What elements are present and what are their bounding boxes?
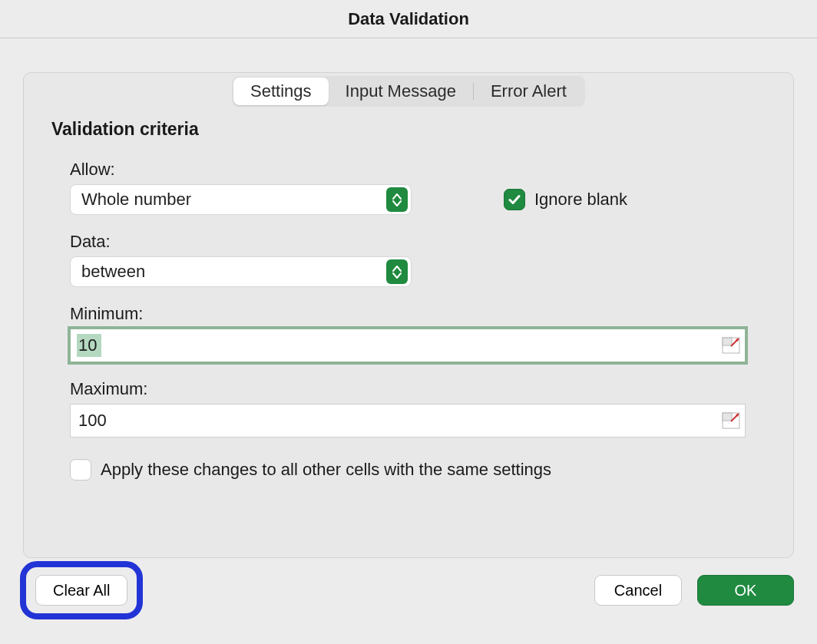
tab-settings-label: Settings xyxy=(250,81,312,101)
ok-button[interactable]: OK xyxy=(697,575,794,606)
maximum-label: Maximum: xyxy=(70,379,766,399)
minimum-label: Minimum: xyxy=(70,304,766,324)
tab-error-alert-label: Error Alert xyxy=(491,81,567,101)
dialog-footer: Clear All Cancel OK xyxy=(0,558,817,644)
svg-rect-3 xyxy=(723,413,732,421)
maximum-input[interactable] xyxy=(78,411,722,431)
tab-bar: Settings Input Message Error Alert xyxy=(0,75,817,107)
section-title: Validation criteria xyxy=(51,119,766,140)
minimum-input-wrap xyxy=(70,329,746,362)
form-area: Allow: Whole number Ignore blank xyxy=(51,160,766,481)
range-picker-icon[interactable] xyxy=(722,337,740,354)
updown-icon xyxy=(386,187,408,212)
maximum-block: Maximum: xyxy=(70,379,766,438)
tab-settings[interactable]: Settings xyxy=(233,78,329,105)
allow-select-value: Whole number xyxy=(81,190,191,210)
right-button-group: Cancel OK xyxy=(594,575,794,606)
title-bar: Data Validation xyxy=(0,0,817,38)
dialog-title: Data Validation xyxy=(348,9,469,29)
ignore-blank-label: Ignore blank xyxy=(534,190,627,210)
svg-rect-1 xyxy=(723,338,732,345)
ok-label: OK xyxy=(735,582,757,599)
data-select[interactable]: between xyxy=(70,256,412,287)
data-block: Data: between xyxy=(70,232,766,287)
clear-all-label: Clear All xyxy=(53,582,110,599)
panel-wrapper: Validation criteria Allow: Whole number xyxy=(23,72,794,558)
maximum-input-wrap xyxy=(70,404,746,438)
apply-all-row: Apply these changes to all other cells w… xyxy=(70,459,766,481)
data-label: Data: xyxy=(70,232,766,252)
data-select-value: between xyxy=(81,262,145,282)
cancel-label: Cancel xyxy=(614,582,662,599)
minimum-block: Minimum: xyxy=(70,304,766,362)
tab-segmented-control: Settings Input Message Error Alert xyxy=(232,76,585,107)
range-picker-icon[interactable] xyxy=(722,412,740,429)
main-panel: Validation criteria Allow: Whole number xyxy=(23,72,794,558)
clear-all-button[interactable]: Clear All xyxy=(35,575,127,606)
allow-label: Allow: xyxy=(70,160,766,180)
ignore-blank-checkbox[interactable] xyxy=(504,189,525,210)
updown-icon xyxy=(386,259,408,284)
ignore-blank-row: Ignore blank xyxy=(504,189,627,210)
tab-input-message-label: Input Message xyxy=(346,81,456,101)
apply-all-label: Apply these changes to all other cells w… xyxy=(101,460,551,480)
tab-error-alert[interactable]: Error Alert xyxy=(474,78,584,105)
tab-input-message[interactable]: Input Message xyxy=(329,78,473,105)
minimum-input[interactable] xyxy=(78,335,722,355)
annotation-highlight: Clear All xyxy=(20,561,143,619)
apply-all-checkbox[interactable] xyxy=(70,459,91,481)
cancel-button[interactable]: Cancel xyxy=(594,575,682,606)
allow-block: Allow: Whole number Ignore blank xyxy=(70,160,766,215)
allow-select[interactable]: Whole number xyxy=(70,184,412,215)
